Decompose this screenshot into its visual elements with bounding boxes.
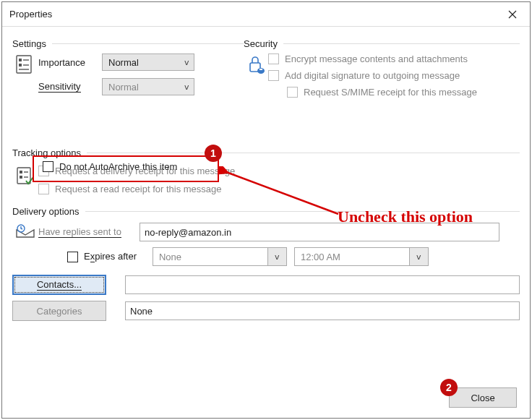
importance-label: Importance [38,57,102,68]
annotation-badge-2: 2 [440,379,458,396]
read-receipt-label: Request a read receipt for this message [55,184,222,194]
svg-rect-12 [20,176,22,179]
annotation-text: Uncheck this option [338,207,473,226]
sensitivity-value: Normal [108,82,139,93]
svg-rect-8 [259,69,262,70]
replies-label: Have replies sent to [38,226,140,238]
security-icon [244,53,268,75]
rule [52,43,244,44]
smime-label: Request S/MIME receipt for this message [304,87,477,98]
importance-dropdown[interactable]: Normal ⅴ [102,53,194,71]
categories-input[interactable]: None [125,301,520,320]
svg-rect-10 [20,171,22,173]
svg-rect-1 [19,59,22,61]
sensitivity-dropdown[interactable]: Normal ⅴ [102,78,194,95]
delivery-icon [12,224,38,240]
replies-value: no-reply@amazon.in [145,227,231,238]
expires-date-value: None [153,252,267,262]
contacts-input[interactable] [125,275,520,294]
expires-time-dropdown[interactable]: 12:00 AM ⅴ [294,247,429,266]
window-close-button[interactable] [495,2,530,27]
rule [283,43,520,44]
chevron-down-icon: ⅴ [275,252,280,262]
expires-time-value: 12:00 AM [295,252,409,262]
properties-dialog: Properties Settings [1,1,531,419]
close-icon [508,10,517,19]
security-group-label: Security [244,38,278,49]
chevron-down-icon: ⅴ [184,82,189,92]
annotation-badge-1: 1 [205,145,222,162]
smime-checkbox[interactable] [287,87,298,98]
expires-checkbox[interactable] [67,252,78,262]
sensitivity-label: Sensitivity [38,81,102,93]
chevron-down-icon: ⅴ [416,252,421,262]
importance-value: Normal [108,57,139,68]
rule [87,153,520,153]
signature-label: Add digital signature to outgoing messag… [285,70,460,81]
close-button[interactable]: Close [449,387,517,408]
contacts-button[interactable]: Contacts... [12,275,106,295]
delivery-group-label: Delivery options [12,206,80,217]
properties-icon [12,53,35,82]
categories-button[interactable]: Categories [12,301,106,321]
autoarchive-label: Do not AutoArchive this item [59,161,177,172]
read-receipt-checkbox[interactable] [38,184,49,194]
signature-checkbox[interactable] [268,70,279,81]
window-title: Properties [9,9,52,20]
expires-date-dropdown[interactable]: None ⅴ [153,247,287,266]
encrypt-checkbox[interactable] [268,53,279,64]
expires-label: Expires after [84,251,137,262]
chevron-down-icon: ⅴ [184,58,189,67]
titlebar: Properties [2,2,530,27]
settings-group-label: Settings [12,38,46,49]
svg-rect-9 [17,168,30,184]
encrypt-label: Encrypt message contents and attachments [285,53,468,64]
autoarchive-checkbox[interactable] [43,161,53,172]
svg-rect-3 [19,64,22,67]
